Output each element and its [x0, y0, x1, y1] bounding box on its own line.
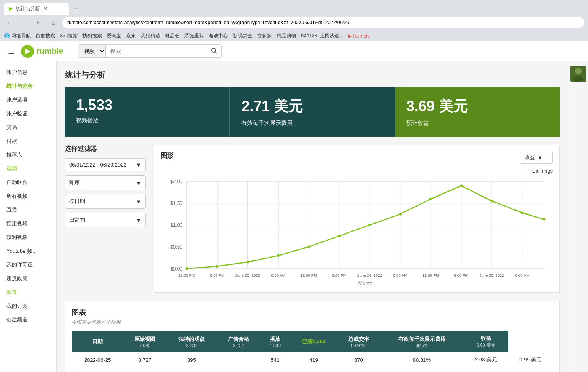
sidebar-item-live[interactable]: 直播: [0, 203, 56, 217]
svg-point-32: [368, 224, 371, 226]
chart-dropdown-label: 收益: [525, 154, 535, 161]
cell-ad-eligible-0: [217, 352, 260, 368]
date-range-filter[interactable]: 06/01/2022 - 06/29/2022 ▼: [65, 158, 146, 171]
bookmark-游戏中心[interactable]: 游戏中心: [209, 32, 228, 39]
period-filter[interactable]: 按日期 ▼: [65, 194, 146, 209]
sidebar-item-monetized[interactable]: 获利视频: [0, 230, 56, 244]
cell-rpm-0: 2.68 美元: [463, 352, 508, 368]
stat-label-views: 视频播放: [76, 117, 218, 124]
bookmark-rumble[interactable]: ▶ Rumble: [348, 33, 370, 39]
stat-number-views: 1,533: [76, 97, 218, 114]
svg-text:6:00 PM: 6:00 PM: [210, 273, 224, 277]
frequency-chevron: ▼: [136, 217, 141, 223]
svg-point-1: [212, 48, 216, 52]
sort-chevron: ▼: [136, 180, 141, 186]
chart-panel: 图形 收益 ▼ Earnings: [154, 145, 560, 293]
sidebar-item-referrals[interactable]: 推荐人: [0, 148, 56, 162]
bookmark-网址导航[interactable]: 🌐 网址导航: [4, 32, 31, 39]
sidebar-item-auto-syndication[interactable]: 自动联合: [0, 175, 56, 189]
stat-label-earnings: 预计收益: [406, 120, 548, 127]
sidebar-item-verification[interactable]: 账户验证: [0, 107, 56, 120]
frequency-value: 日常的: [69, 216, 85, 224]
forward-button[interactable]: →: [19, 17, 30, 28]
cell-full-1: 766: [290, 368, 337, 372]
svg-text:June 23, 2022: June 23, 2022: [235, 273, 260, 277]
svg-point-28: [246, 261, 249, 263]
sidebar-item-channel[interactable]: 频道: [0, 285, 56, 299]
svg-text:6:00 AM: 6:00 AM: [271, 273, 286, 277]
search-button[interactable]: [207, 45, 221, 57]
sidebar-item-stats[interactable]: 统计与分析: [0, 79, 56, 93]
url-input[interactable]: [62, 17, 584, 28]
home-button[interactable]: ⌂: [48, 17, 59, 28]
col-header-earnings: 收益 3.69 美元: [463, 331, 508, 352]
sidebar-item-videos[interactable]: 视频: [0, 162, 56, 175]
menu-hamburger[interactable]: ☰: [8, 47, 15, 56]
active-tab[interactable]: ▶ 统计与分析 ✕: [4, 3, 69, 15]
cell-date-1: 2022-06-24: [72, 368, 123, 372]
sidebar-item-create-channel[interactable]: 创建频道: [0, 313, 56, 327]
svg-text:6:00 AM: 6:00 AM: [515, 273, 530, 277]
bookmark-拼多多[interactable]: 拼多多: [257, 32, 272, 39]
sidebar-item-subscriptions[interactable]: 我的订阅: [0, 299, 56, 313]
bookmark-京东[interactable]: 京东: [126, 32, 136, 39]
sidebar-item-scheduled[interactable]: 预定视频: [0, 217, 56, 230]
search-icon: [211, 47, 217, 54]
bookmark-精品购物[interactable]: 精品购物: [277, 32, 296, 39]
sort-filter[interactable]: 降序 ▼: [65, 175, 146, 190]
cell-ctr-0: 88.31%: [380, 352, 464, 368]
svg-text:June 25, 2022: June 25, 2022: [479, 273, 504, 277]
earnings-line: [187, 186, 544, 269]
bookmark-百度搜索[interactable]: 百度搜索: [36, 32, 55, 39]
tab-close-button[interactable]: ✕: [43, 6, 47, 11]
back-button[interactable]: ←: [4, 17, 15, 28]
legend-label-earnings: Earnings: [532, 168, 553, 174]
search-input[interactable]: [106, 46, 207, 57]
stat-label-rpm: 有效每千次展示费用: [241, 120, 383, 127]
svg-point-36: [491, 200, 493, 202]
avatar[interactable]: [570, 66, 586, 82]
period-value: 按日期: [69, 198, 85, 205]
chart-title: 图形: [161, 152, 173, 160]
frequency-filter[interactable]: 日常的 ▼: [65, 213, 146, 227]
sidebar-item-all-videos[interactable]: 所有视频: [0, 189, 56, 203]
sidebar-item-youtube[interactable]: Youtube 频...: [0, 244, 56, 258]
sidebar-item-payments[interactable]: 付款: [0, 134, 56, 148]
stat-number-earnings: 3.69 美元: [406, 97, 548, 116]
bookmark-天猫精选[interactable]: 天猫精选: [141, 32, 160, 39]
svg-point-34: [429, 198, 432, 200]
bookmark-360搜索[interactable]: 360搜索: [60, 32, 78, 39]
sidebar-item-licenses[interactable]: 我的许可证: [0, 258, 56, 272]
sidebar-item-policy[interactable]: 违反政策: [0, 272, 56, 285]
chart-header: 图形 收益 ▼: [161, 152, 553, 164]
tab-title: 统计与分析: [16, 5, 40, 12]
svg-point-35: [460, 184, 462, 187]
bookmark-系统重装[interactable]: 系统重装: [184, 32, 204, 39]
sidebar-item-transactions[interactable]: 交易: [0, 120, 56, 134]
reload-button[interactable]: ↻: [33, 17, 44, 28]
rumble-logo[interactable]: rumble: [21, 45, 63, 58]
right-sidebar: [568, 61, 588, 372]
chart-type-dropdown[interactable]: 收益 ▼: [520, 152, 553, 164]
cell-earnings-0: 0.99 美元: [508, 352, 553, 368]
search-type-select[interactable]: 视频: [78, 45, 106, 57]
svg-point-26: [185, 267, 188, 270]
bookmark-爱淘宝[interactable]: 爱淘宝: [107, 32, 121, 39]
table-title: 图表: [72, 308, 553, 317]
svg-point-27: [216, 265, 218, 268]
tab-favicon: ▶: [9, 6, 13, 11]
bookmark-搜狗搜索[interactable]: 搜狗搜索: [82, 32, 102, 39]
bookmark-hao123[interactable]: hao123_上网从这...: [301, 32, 343, 39]
bookmark-唯品会[interactable]: 唯品会: [165, 32, 180, 39]
logo-icon: [21, 45, 34, 58]
new-tab-button[interactable]: +: [70, 3, 82, 14]
bookmark-影视大全[interactable]: 影视大全: [233, 32, 252, 39]
sort-value: 降序: [69, 179, 80, 186]
svg-point-31: [338, 235, 341, 237]
table-row: 2022-06-24 2,530 1,302 1,075 766 690 90.…: [72, 368, 553, 372]
sidebar-item-account-info[interactable]: 账户信息: [0, 66, 56, 79]
filters-chart-section: 选择过滤器 06/01/2022 - 06/29/2022 ▼ 降序 ▼ 按日期…: [65, 145, 560, 293]
sidebar-item-account-options[interactable]: 账户选项: [0, 93, 56, 107]
chart-container: $2.00 $1.50 $1.00 $0.50 $0.00: [161, 177, 553, 286]
svg-text:12:00 PM: 12:00 PM: [300, 273, 317, 277]
